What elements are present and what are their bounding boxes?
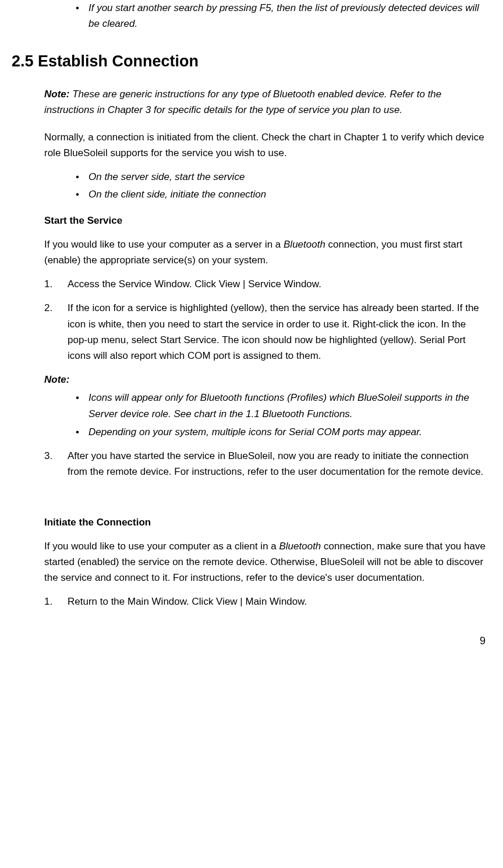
intro-bullet-list: On the server side, start the service On… bbox=[12, 169, 491, 202]
numbered-list-2: 3. After you have started the service in… bbox=[44, 448, 486, 479]
item-text: After you have started the service in Bl… bbox=[68, 450, 483, 477]
start-service-paragraph: If you would like to use your computer a… bbox=[44, 237, 486, 268]
item-number: 2. bbox=[44, 300, 52, 316]
list-item: If you start another search by pressing … bbox=[76, 0, 491, 31]
list-item: On the server side, start the service bbox=[76, 169, 491, 185]
list-item: On the client side, initiate the connect… bbox=[76, 186, 491, 202]
numbered-list-3: 1. Return to the Main Window. Click View… bbox=[44, 594, 486, 609]
text-pre: If you would like to use your computer a… bbox=[44, 541, 279, 552]
text-pre: If you would like to use your computer a… bbox=[44, 239, 284, 250]
note-label: Note: bbox=[44, 89, 69, 100]
note-paragraph: Note: These are generic instructions for… bbox=[44, 86, 486, 118]
page-number: 9 bbox=[12, 633, 491, 650]
list-item: 3. After you have started the service in… bbox=[44, 448, 486, 479]
top-bullet-list: If you start another search by pressing … bbox=[12, 0, 491, 31]
item-number: 1. bbox=[44, 276, 52, 292]
list-item: Icons will appear only for Bluetooth fun… bbox=[76, 390, 486, 421]
item-text: Return to the Main Window. Click View | … bbox=[68, 596, 307, 607]
initiate-paragraph: If you would like to use your computer a… bbox=[44, 538, 486, 586]
item-number: 1. bbox=[44, 594, 52, 609]
initiate-heading: Initiate the Connection bbox=[44, 514, 486, 530]
item-number: 3. bbox=[44, 448, 52, 464]
intro-paragraph: Normally, a connection is initiated from… bbox=[44, 129, 486, 161]
note-text: These are generic instructions for any t… bbox=[44, 89, 441, 115]
list-item: Depending on your system, multiple icons… bbox=[76, 424, 486, 440]
bluetooth-italic: Bluetooth bbox=[279, 541, 321, 552]
section-heading: 2.5 Establish Connection bbox=[12, 49, 491, 74]
note-bullet-list: Icons will appear only for Bluetooth fun… bbox=[44, 390, 486, 440]
bluetooth-italic: Bluetooth bbox=[284, 239, 325, 250]
note-heading: Note: bbox=[44, 372, 486, 387]
numbered-list-1: 1. Access the Service Window. Click View… bbox=[44, 276, 486, 364]
list-item: 1. Return to the Main Window. Click View… bbox=[44, 594, 486, 609]
start-service-heading: Start the Service bbox=[44, 213, 486, 228]
item-text: If the icon for a service is highlighted… bbox=[68, 302, 479, 361]
item-text: Access the Service Window. Click View | … bbox=[68, 278, 321, 290]
list-item: 1. Access the Service Window. Click View… bbox=[44, 276, 486, 292]
list-item: 2. If the icon for a service is highligh… bbox=[44, 300, 486, 364]
